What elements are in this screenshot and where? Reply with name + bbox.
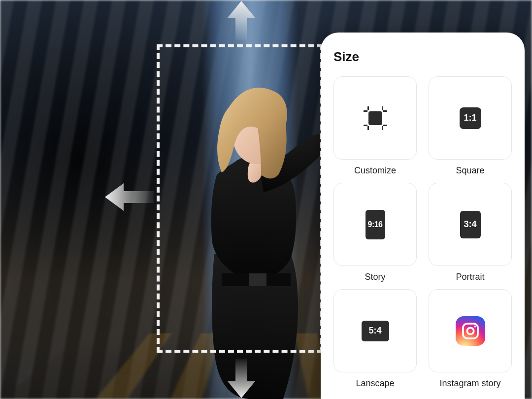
size-option-label: Square — [429, 166, 512, 176]
size-options-grid: Customize 1:1 Square 9:16 Story 3:4 Port… — [333, 76, 512, 389]
svg-point-5 — [467, 328, 473, 334]
size-option-story[interactable]: 9:16 — [333, 183, 417, 266]
expand-left-arrow-icon[interactable] — [105, 183, 154, 211]
size-option-label: Customize — [333, 166, 417, 176]
size-option-label: Lanscape — [333, 378, 417, 389]
expand-down-arrow-icon[interactable] — [228, 359, 255, 398]
size-option-square[interactable]: 1:1 — [429, 76, 512, 160]
size-option-label: Story — [333, 272, 417, 282]
size-option-label: Portrait — [429, 272, 512, 282]
instagram-icon — [456, 316, 485, 346]
size-option-label: Instagram story — [429, 378, 512, 389]
size-option-instagram-story[interactable] — [429, 289, 512, 372]
size-option-landscape[interactable]: 5:4 — [333, 289, 417, 372]
ratio-badge: 9:16 — [366, 210, 385, 239]
editor-stage: Size Customize 1:1 Squa — [0, 0, 532, 399]
ratio-badge: 3:4 — [460, 211, 481, 238]
crop-icon — [361, 103, 390, 133]
ratio-badge: 1:1 — [460, 107, 481, 129]
size-option-customize[interactable] — [333, 76, 417, 160]
svg-point-6 — [474, 325, 476, 327]
size-option-portrait[interactable]: 3:4 — [429, 183, 512, 266]
size-panel: Size Customize 1:1 Squa — [321, 33, 525, 399]
panel-title: Size — [333, 49, 512, 65]
expand-up-arrow-icon[interactable] — [228, 1, 255, 40]
ratio-badge: 5:4 — [362, 321, 389, 341]
